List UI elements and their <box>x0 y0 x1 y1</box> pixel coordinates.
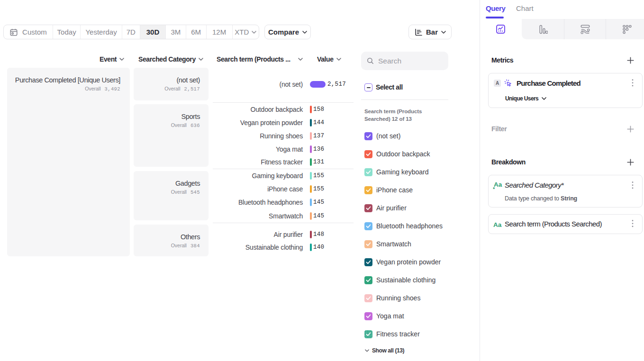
svg-text:*: * <box>493 186 495 191</box>
svg-text:Aa: Aa <box>493 221 502 228</box>
svg-text:Aa: Aa <box>494 181 502 188</box>
